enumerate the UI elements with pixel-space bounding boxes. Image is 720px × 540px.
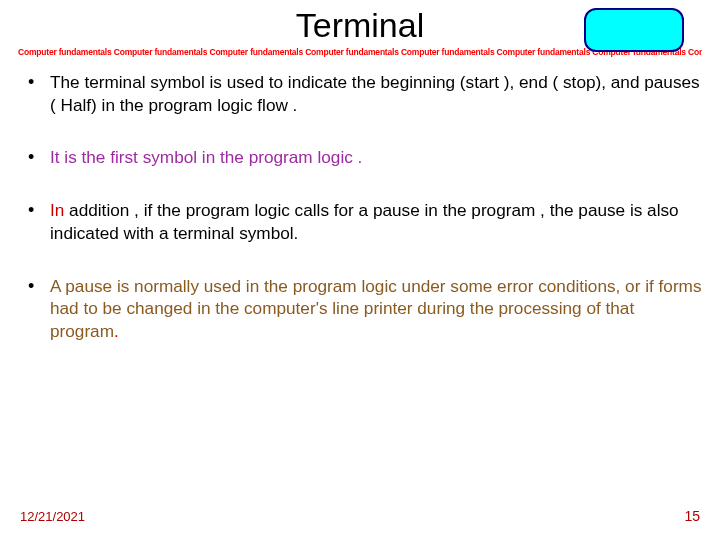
footer-page-number: 15 (684, 508, 700, 524)
bullet-list: The terminal symbol is used to indicate … (18, 71, 702, 343)
terminal-symbol-shape (584, 8, 684, 52)
bullet-item: It is the first symbol in the program lo… (24, 146, 702, 169)
trailing-period: . (114, 321, 119, 341)
bullet-text: It is the first symbol in the program lo… (50, 147, 362, 167)
bullet-text: The terminal symbol is used to indicate … (50, 72, 700, 115)
bullet-text: A pause is normally used in the program … (50, 276, 702, 341)
footer-date: 12/21/2021 (20, 509, 85, 524)
bullet-item: A pause is normally used in the program … (24, 275, 702, 343)
bullet-text: addition , if the program logic calls fo… (50, 200, 679, 243)
slide: Terminal Computer fundamentals Computer … (0, 0, 720, 540)
emphasis-word: In (50, 200, 64, 220)
bullet-item: The terminal symbol is used to indicate … (24, 71, 702, 116)
bullet-item: In addition , if the program logic calls… (24, 199, 702, 244)
